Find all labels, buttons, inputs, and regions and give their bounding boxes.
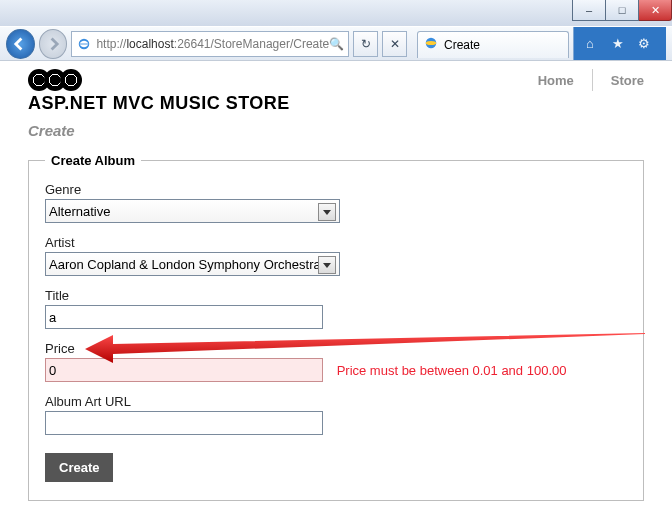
site-title: ASP.NET MVC MUSIC STORE: [28, 93, 644, 114]
title-input[interactable]: [45, 305, 323, 329]
site-nav: Home Store: [538, 69, 644, 91]
address-bar[interactable]: http:// localhost :26641 /StoreManager/C…: [71, 31, 349, 57]
tools-icon[interactable]: ⚙: [638, 36, 654, 52]
stop-button[interactable]: ✕: [382, 31, 407, 57]
maximize-button[interactable]: □: [606, 0, 639, 21]
minimize-button[interactable]: –: [572, 0, 606, 21]
artist-field: Artist: [45, 235, 627, 276]
browser-window: – □ ✕ http:// localhost :26641 /StoreMan…: [0, 0, 672, 505]
price-field: Price Price must be between 0.01 and 100…: [45, 341, 627, 382]
arturl-field: Album Art URL: [45, 394, 627, 435]
refresh-button[interactable]: ↻: [353, 31, 378, 57]
genre-field: Genre: [45, 182, 627, 223]
artist-label: Artist: [45, 235, 627, 250]
title-label: Title: [45, 288, 627, 303]
window-controls: – □ ✕: [572, 0, 672, 21]
page-body: Home Store ASP.NET MVC MUSIC STORE Creat…: [0, 61, 672, 505]
tab-title: Create: [444, 38, 480, 52]
tab-create[interactable]: Create: [417, 31, 569, 58]
site-header: Home Store: [28, 69, 644, 91]
browser-toolbar: http:// localhost :26641 /StoreManager/C…: [0, 26, 672, 62]
nav-home-link[interactable]: Home: [538, 73, 574, 88]
create-button[interactable]: Create: [45, 453, 113, 482]
disc-icon: [60, 69, 82, 91]
home-icon[interactable]: ⌂: [586, 36, 602, 52]
price-label: Price: [45, 341, 627, 356]
fieldset-legend: Create Album: [45, 153, 141, 168]
title-field: Title: [45, 288, 627, 329]
site-logo: [28, 69, 82, 91]
arturl-label: Album Art URL: [45, 394, 627, 409]
favorites-icon[interactable]: ★: [612, 36, 628, 52]
forward-button[interactable]: [39, 29, 68, 59]
artist-select[interactable]: [45, 252, 340, 276]
genre-select[interactable]: [45, 199, 340, 223]
url-path: /StoreManager/Create: [211, 37, 330, 51]
price-error-message: Price must be between 0.01 and 100.00: [337, 363, 567, 378]
url-host: localhost: [126, 37, 173, 51]
page-title: Create: [28, 122, 644, 139]
url-scheme: http://: [96, 37, 126, 51]
price-input[interactable]: [45, 358, 323, 382]
ie-page-icon: [76, 36, 92, 52]
window-titlebar: – □ ✕: [0, 0, 672, 26]
genre-label: Genre: [45, 182, 627, 197]
search-icon: 🔍: [329, 37, 344, 51]
ie-tab-icon: [424, 36, 438, 53]
close-button[interactable]: ✕: [639, 0, 672, 21]
arturl-input[interactable]: [45, 411, 323, 435]
nav-separator: [592, 69, 593, 91]
page-viewport: Home Store ASP.NET MVC MUSIC STORE Creat…: [0, 60, 672, 505]
url-port: :26641: [174, 37, 211, 51]
command-bar: ⌂ ★ ⚙: [573, 27, 666, 61]
svg-point-2: [426, 41, 437, 45]
create-album-fieldset: Create Album Genre Artist Title: [28, 153, 644, 501]
nav-store-link[interactable]: Store: [611, 73, 644, 88]
back-button[interactable]: [6, 29, 35, 59]
tab-strip: Create: [417, 31, 569, 58]
